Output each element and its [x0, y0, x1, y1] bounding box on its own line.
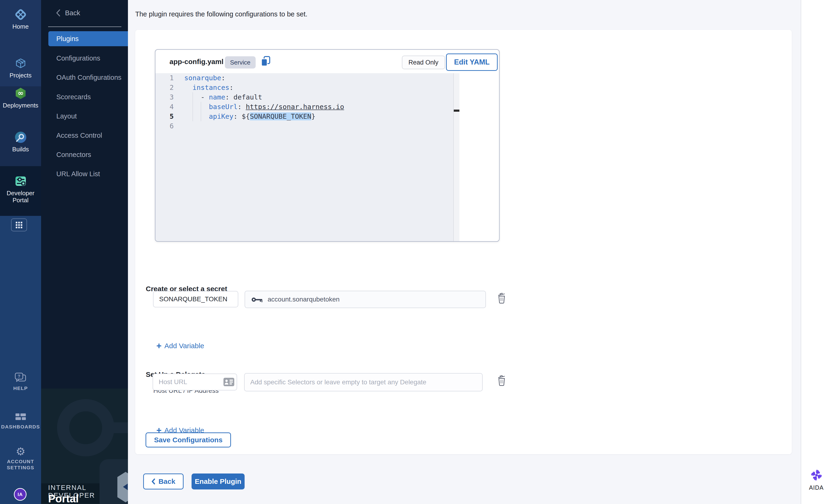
- settings-sidebar: Back Plugins Configurations OAuth Config…: [41, 0, 128, 504]
- builds-scope-icon: [14, 131, 27, 144]
- svg-text:?: ?: [18, 374, 20, 379]
- plugin-config-note: The plugin requires the following config…: [135, 10, 308, 18]
- code-line: 2 instances:: [155, 83, 459, 92]
- sidebar-item-layout[interactable]: Layout: [56, 112, 127, 120]
- secret-reference-value: account.sonarqubetoken: [267, 291, 340, 307]
- chevron-left-icon: [151, 478, 155, 484]
- main-content: The plugin requires the following config…: [128, 0, 801, 504]
- line-number: 1: [155, 73, 174, 83]
- delete-variable-button[interactable]: [497, 292, 507, 305]
- aida-dock: AIDA: [801, 0, 831, 504]
- rail-item-help[interactable]: ? HELP: [0, 373, 41, 391]
- rail-label-help: HELP: [0, 385, 41, 391]
- rail-item-developer-portal[interactable]: Developer Portal: [0, 175, 41, 204]
- line-number: 5: [155, 112, 174, 121]
- code-line: 1 sonarqube:: [155, 73, 459, 83]
- deployments-infinity-icon: ∞: [14, 87, 27, 100]
- plus-icon: +: [156, 342, 162, 350]
- module-rail: Home Projects ∞ Deployments: [0, 0, 41, 504]
- add-variable-button-secret[interactable]: + Add Variable: [156, 342, 204, 350]
- aida-icon[interactable]: [810, 469, 822, 482]
- aida-label: AIDA: [801, 484, 831, 491]
- code-line: 6: [155, 121, 459, 131]
- sidebar-item-plugins[interactable]: Plugins: [48, 31, 128, 46]
- harness-logo-icon: [14, 8, 27, 21]
- sidebar-item-url-allow-list[interactable]: URL Allow List: [56, 170, 127, 178]
- line-number: 2: [155, 83, 174, 92]
- sidebar-brand-area: INTERNAL DEVELOPER Portal: [41, 389, 128, 504]
- rail-label-account-settings: ACCOUNT SETTINGS: [0, 458, 41, 471]
- chevron-left-icon: [56, 9, 61, 17]
- rail-item-deployments[interactable]: ∞ Deployments: [0, 87, 41, 109]
- sidebar-item-scorecards[interactable]: Scorecards: [56, 93, 127, 101]
- code-line: 5 apiKey: ${SONARQUBE_TOKEN}: [155, 112, 459, 121]
- copy-icon[interactable]: [261, 56, 271, 68]
- rail-label-dashboards: DASHBOARDS: [0, 424, 41, 430]
- rail-item-dashboards[interactable]: DASHBOARDS: [0, 413, 41, 430]
- apps-grid-button[interactable]: [11, 218, 27, 231]
- save-configurations-button[interactable]: Save Configurations: [146, 433, 231, 447]
- sidebar-item-oauth-configurations[interactable]: OAuth Configurations: [56, 73, 127, 82]
- sidebar-item-access-control[interactable]: Access Control: [56, 131, 127, 140]
- svg-text:∞: ∞: [18, 89, 24, 97]
- line-number: 6: [155, 121, 174, 131]
- delete-delegate-row-button[interactable]: [497, 374, 507, 387]
- rail-label-deployments: Deployments: [0, 102, 41, 109]
- rail-item-builds[interactable]: Builds: [0, 131, 41, 153]
- line-number: 3: [155, 92, 174, 102]
- yaml-code-editor[interactable]: 1 sonarqube: 2 instances: 3 - name: defa…: [155, 73, 459, 242]
- developer-portal-icon: [14, 175, 27, 188]
- rail-item-account-settings[interactable]: ⚙ ACCOUNT SETTINGS: [0, 446, 41, 471]
- delegate-selectors-input[interactable]: [244, 373, 483, 391]
- sidebar-back-label: Back: [65, 9, 80, 17]
- sidebar-item-connectors[interactable]: Connectors: [56, 150, 127, 159]
- edit-yaml-button[interactable]: Edit YAML: [446, 54, 498, 71]
- decor-bar: [109, 422, 128, 433]
- user-avatar[interactable]: IA: [14, 488, 27, 501]
- code-line: 4 baseUrl: https://sonar.harness.io: [155, 102, 459, 112]
- configuration-card: app-config.yaml Service Read Only Edit Y…: [135, 30, 792, 454]
- sidebar-back-button[interactable]: Back: [56, 9, 80, 17]
- gear-icon: ⚙: [16, 445, 25, 458]
- key-icon: [251, 296, 263, 303]
- footer-back-button[interactable]: Back: [143, 474, 183, 490]
- rail-label-builds: Builds: [0, 146, 41, 153]
- editor-scrollbar[interactable]: [453, 73, 459, 242]
- secret-reference-field[interactable]: account.sonarqubetoken: [245, 291, 486, 308]
- apps-grid-icon: [16, 221, 23, 229]
- yaml-editor-card: app-config.yaml Service Read Only Edit Y…: [155, 49, 499, 242]
- sidebar-item-configurations[interactable]: Configurations: [56, 54, 127, 62]
- brand-line-bottom: Portal: [48, 492, 79, 504]
- fixed-value-icon[interactable]: [224, 378, 234, 387]
- rail-label-home: Home: [0, 23, 41, 30]
- enable-plugin-button[interactable]: Enable Plugin: [192, 474, 245, 490]
- code-line: 3 - name: default: [155, 92, 459, 102]
- dashboards-icon: [16, 413, 26, 421]
- variable-name-input[interactable]: [153, 291, 238, 307]
- rail-item-home[interactable]: Home: [0, 8, 41, 30]
- service-chip: Service: [225, 56, 256, 68]
- decor-ring: [57, 399, 114, 456]
- sidebar-divider: [48, 27, 121, 27]
- rail-item-projects[interactable]: Projects: [0, 57, 41, 79]
- cube-icon: [14, 57, 27, 70]
- rail-label-developer-portal: Developer Portal: [0, 189, 41, 204]
- read-only-button[interactable]: Read Only: [402, 56, 445, 69]
- overview-ruler-mark: [454, 110, 459, 112]
- app-window: Home Projects ∞ Deployments: [0, 0, 831, 504]
- rail-label-projects: Projects: [0, 72, 41, 79]
- line-number: 4: [155, 102, 174, 112]
- help-chat-icon: ?: [15, 373, 27, 383]
- yaml-filename: app-config.yaml: [170, 58, 224, 66]
